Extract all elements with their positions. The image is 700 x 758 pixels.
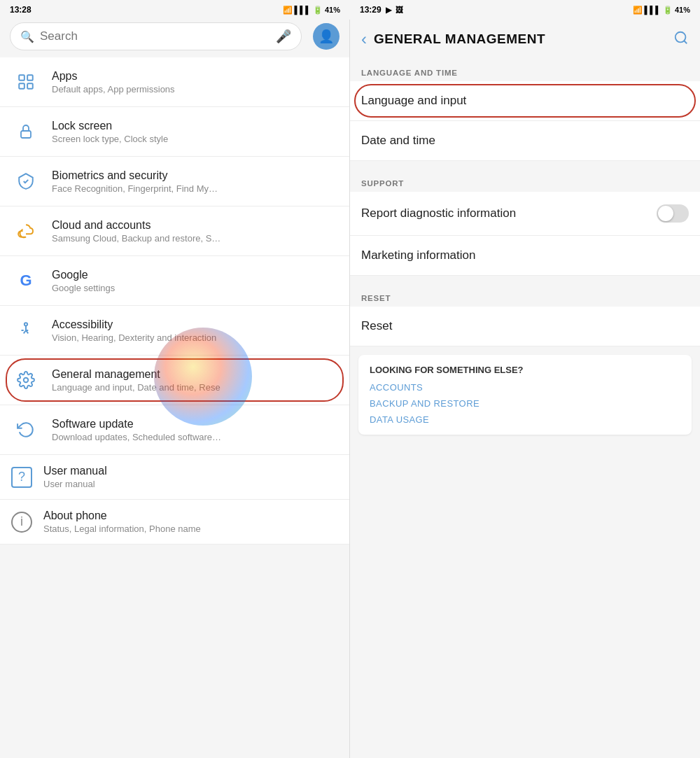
search-input[interactable] xyxy=(40,29,270,43)
svg-point-6 xyxy=(24,378,29,383)
left-time: 13:28 xyxy=(10,5,31,15)
svg-rect-4 xyxy=(21,131,31,138)
lock-screen-title: Lock screen xyxy=(52,120,338,132)
settings-item-accessibility[interactable]: Accessibility Vision, Hearing, Dexterity… xyxy=(0,306,349,356)
left-panel: 🔍 🎤 👤 Apps xyxy=(0,20,350,758)
svg-rect-2 xyxy=(19,83,24,89)
software-update-text: Software update Download updates, Schedu… xyxy=(52,418,338,442)
right-signal-icon: ▌▌▌ xyxy=(645,6,661,14)
avatar-button[interactable]: 👤 xyxy=(313,23,340,50)
cloud-subtitle: Samsung Cloud, Backup and restore, S… xyxy=(52,233,338,244)
apps-text: Apps Default apps, App permissions xyxy=(52,70,338,94)
settings-item-general-management[interactable]: General management Language and input, D… xyxy=(0,356,349,405)
date-time-label: Date and time xyxy=(361,134,689,148)
biometrics-subtitle: Face Recognition, Fingerprint, Find My… xyxy=(52,183,338,194)
software-update-title: Software update xyxy=(52,418,338,430)
backup-restore-link[interactable]: BACKUP AND RESTORE xyxy=(370,398,680,409)
biometrics-text: Biometrics and security Face Recognition… xyxy=(52,169,338,194)
media-icon: ▶ xyxy=(386,6,391,15)
general-management-subtitle: Language and input, Date and time, Rese xyxy=(52,382,338,393)
general-management-text: General management Language and input, D… xyxy=(52,368,338,393)
right-item-report-diagnostic[interactable]: Report diagnostic information xyxy=(350,192,700,236)
cloud-title: Cloud and accounts xyxy=(52,219,338,232)
reset-label: Reset xyxy=(361,319,689,333)
settings-list: Apps Default apps, App permissions Lock … xyxy=(0,57,349,758)
left-status-bar: 13:28 📶 ▌▌▌ 🔋 41% xyxy=(0,0,350,20)
right-panel: ‹ GENERAL MANAGEMENT LANGUAGE AND TIME L… xyxy=(350,20,700,758)
settings-item-about-phone[interactable]: i About phone Status, Legal information,… xyxy=(0,500,349,545)
user-manual-text: User manual User manual xyxy=(43,465,338,489)
lock-screen-subtitle: Screen lock type, Clock style xyxy=(52,134,338,144)
about-phone-text: About phone Status, Legal information, P… xyxy=(43,510,338,534)
section-header-support: SUPPORT xyxy=(350,169,700,192)
search-icon: 🔍 xyxy=(20,30,34,43)
accessibility-subtitle: Vision, Hearing, Dexterity and interacti… xyxy=(52,332,338,343)
status-bar: 13:28 📶 ▌▌▌ 🔋 41% 13:29 ▶ 🖼 📶 ▌▌▌ 🔋 41% xyxy=(0,0,700,20)
svg-rect-1 xyxy=(27,75,33,80)
right-search-button[interactable] xyxy=(673,30,689,49)
svg-point-5 xyxy=(24,323,27,325)
settings-item-biometrics[interactable]: Biometrics and security Face Recognition… xyxy=(0,157,349,206)
avatar-icon: 👤 xyxy=(318,29,334,44)
data-usage-link[interactable]: DATA USAGE xyxy=(370,414,680,425)
user-manual-subtitle: User manual xyxy=(43,479,338,489)
accessibility-text: Accessibility Vision, Hearing, Dexterity… xyxy=(52,318,338,343)
search-bar[interactable]: 🔍 🎤 xyxy=(10,22,302,50)
screen-icon: 🖼 xyxy=(396,6,403,14)
apps-icon xyxy=(11,67,41,97)
section-header-reset: RESET xyxy=(350,284,700,307)
biometrics-title: Biometrics and security xyxy=(52,169,338,182)
accessibility-title: Accessibility xyxy=(52,318,338,331)
report-diagnostic-toggle[interactable] xyxy=(657,204,689,223)
cloud-text: Cloud and accounts Samsung Cloud, Backup… xyxy=(52,219,338,244)
right-item-language-input[interactable]: Language and input xyxy=(350,81,700,121)
lock-screen-icon xyxy=(11,117,41,146)
settings-item-apps[interactable]: Apps Default apps, App permissions xyxy=(0,57,349,107)
google-subtitle: Google settings xyxy=(52,283,338,293)
software-update-subtitle: Download updates, Scheduled software… xyxy=(52,432,338,442)
about-phone-icon: i xyxy=(11,512,32,533)
right-wifi-icon: 📶 xyxy=(633,6,643,15)
right-status-bar: 13:29 ▶ 🖼 📶 ▌▌▌ 🔋 41% xyxy=(350,0,700,20)
right-battery-icon: 🔋 xyxy=(663,6,673,15)
software-update-icon xyxy=(11,415,41,444)
looking-for-something-box: LOOKING FOR SOMETHING ELSE? ACCOUNTS BAC… xyxy=(358,355,692,435)
svg-rect-0 xyxy=(19,75,24,80)
apps-subtitle: Default apps, App permissions xyxy=(52,84,338,94)
search-row: 🔍 🎤 👤 xyxy=(0,20,349,57)
section-header-language-time: LANGUAGE AND TIME xyxy=(350,59,700,81)
user-manual-title: User manual xyxy=(43,465,338,477)
left-status-icons: 📶 ▌▌▌ 🔋 41% xyxy=(283,6,340,15)
right-panel-title: GENERAL MANAGEMENT xyxy=(374,31,666,47)
language-input-label: Language and input xyxy=(361,94,689,108)
about-phone-subtitle: Status, Legal information, Phone name xyxy=(43,524,338,534)
right-header: ‹ GENERAL MANAGEMENT xyxy=(350,20,700,59)
svg-point-7 xyxy=(676,31,686,42)
back-button[interactable]: ‹ xyxy=(361,29,367,49)
general-management-icon xyxy=(11,365,41,395)
wifi-icon: 📶 xyxy=(283,6,293,15)
signal-icon: ▌▌▌ xyxy=(295,6,311,14)
main-layout: 🔍 🎤 👤 Apps xyxy=(0,20,700,758)
right-item-reset[interactable]: Reset xyxy=(350,307,700,346)
svg-rect-3 xyxy=(27,83,33,89)
right-content: LANGUAGE AND TIME Language and input Dat… xyxy=(350,59,700,758)
settings-item-user-manual[interactable]: ? User manual User manual xyxy=(0,455,349,500)
right-battery-percent: 41% xyxy=(675,6,690,14)
settings-item-lock-screen[interactable]: Lock screen Screen lock type, Clock styl… xyxy=(0,107,349,157)
settings-item-software-update[interactable]: Software update Download updates, Schedu… xyxy=(0,405,349,455)
lock-screen-text: Lock screen Screen lock type, Clock styl… xyxy=(52,120,338,144)
right-item-date-time[interactable]: Date and time xyxy=(350,121,700,161)
general-management-title: General management xyxy=(52,368,338,381)
settings-item-google[interactable]: G Google Google settings xyxy=(0,256,349,306)
accounts-link[interactable]: ACCOUNTS xyxy=(370,382,680,393)
mic-icon[interactable]: 🎤 xyxy=(276,29,291,44)
marketing-info-label: Marketing information xyxy=(361,248,689,262)
google-icon: G xyxy=(11,266,41,295)
looking-box-title: LOOKING FOR SOMETHING ELSE? xyxy=(370,365,680,375)
right-item-marketing-info[interactable]: Marketing information xyxy=(350,236,700,276)
biometrics-icon xyxy=(11,167,41,196)
apps-title: Apps xyxy=(52,70,338,83)
settings-item-cloud[interactable]: Cloud and accounts Samsung Cloud, Backup… xyxy=(0,206,349,256)
cloud-icon xyxy=(11,216,41,246)
